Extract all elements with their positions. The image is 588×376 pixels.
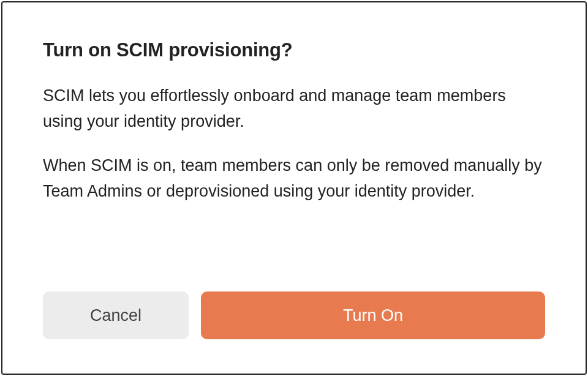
dialog-paragraph-1: SCIM lets you effortlessly onboard and m… (43, 83, 545, 135)
dialog-paragraph-2: When SCIM is on, team members can only b… (43, 153, 545, 205)
turn-on-button[interactable]: Turn On (201, 291, 545, 339)
dialog-actions: Cancel Turn On (43, 291, 545, 339)
dialog-title: Turn on SCIM provisioning? (43, 39, 545, 61)
cancel-button[interactable]: Cancel (43, 291, 189, 339)
confirm-dialog: Turn on SCIM provisioning? SCIM lets you… (1, 1, 587, 375)
dialog-body: SCIM lets you effortlessly onboard and m… (43, 83, 545, 291)
